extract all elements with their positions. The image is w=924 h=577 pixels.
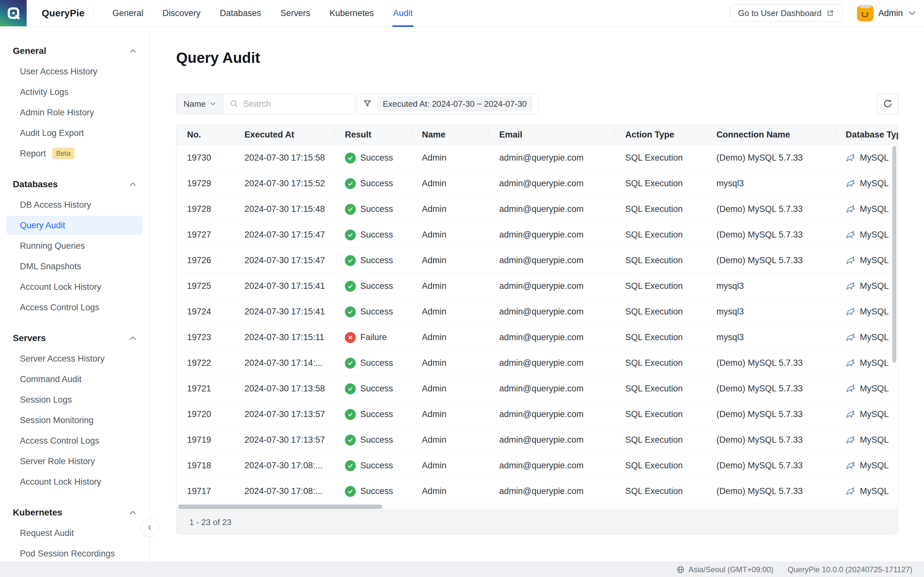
- table-header: No.Executed AtResultNameEmailAction Type…: [176, 125, 898, 145]
- cell-email: admin@querypie.com: [489, 299, 615, 324]
- column-header-result[interactable]: Result: [334, 125, 411, 145]
- sidebar-item-session-logs[interactable]: Session Logs: [0, 390, 150, 410]
- go-to-user-dashboard-button[interactable]: Go to User Dashboard: [730, 5, 842, 22]
- cell-name: Admin: [411, 299, 489, 324]
- sidebar-item-pod-session-recordings[interactable]: Pod Session Recordings: [0, 543, 150, 562]
- cell-no: 19719: [176, 427, 234, 453]
- mysql-dolphin-icon: [846, 256, 855, 265]
- cell-name: Admin: [411, 222, 489, 247]
- column-header-name[interactable]: Name: [411, 125, 489, 145]
- search-input[interactable]: [243, 99, 348, 109]
- cell-action-type: SQL Execution: [615, 376, 706, 401]
- mysql-dolphin-icon: [846, 205, 855, 214]
- cell-result: Success: [334, 274, 411, 299]
- sidebar-item-account-lock-history[interactable]: Account Lock History: [0, 277, 150, 297]
- mysql-dolphin-icon: [846, 308, 855, 316]
- cell-action-type: SQL Execution: [615, 325, 706, 350]
- cell-executed-at: 2024-07-30 17:14:...: [234, 350, 334, 376]
- refresh-button[interactable]: [877, 93, 898, 114]
- timezone-indicator[interactable]: Asia/Seoul (GMT+09:00): [676, 565, 774, 574]
- sidebar-item-db-access-history[interactable]: DB Access History: [0, 195, 150, 215]
- sidebar-item-access-control-logs[interactable]: Access Control Logs: [0, 297, 150, 318]
- querypie-logo-icon[interactable]: [0, 0, 27, 26]
- table-row[interactable]: 19728 2024-07-30 17:15:48 Success Admin …: [176, 197, 898, 222]
- cell-result: Success: [334, 197, 411, 222]
- table-row[interactable]: 19722 2024-07-30 17:14:... Success Admin…: [176, 350, 898, 376]
- cell-no: 19726: [176, 248, 234, 273]
- executed-at-filter-chip[interactable]: Executed At: 2024-07-30 ~ 2024-07-30: [377, 97, 533, 111]
- table-row[interactable]: 19724 2024-07-30 17:15:41 Success Admin …: [176, 299, 898, 325]
- horizontal-scrollbar-thumb[interactable]: [178, 504, 382, 509]
- cell-no: 19727: [176, 222, 234, 247]
- column-header-action-type[interactable]: Action Type: [615, 125, 706, 145]
- sidebar-item-running-queries[interactable]: Running Queries: [0, 235, 150, 256]
- mysql-dolphin-icon: [846, 153, 855, 163]
- status-icon: [345, 435, 356, 446]
- nav-item-kubernetes[interactable]: Kubernetes: [330, 0, 374, 27]
- search-box: [223, 94, 355, 114]
- status-icon: [345, 306, 356, 318]
- sidebar-item-server-role-history[interactable]: Server Role History: [0, 451, 150, 472]
- sidebar-item-dml-snapshots[interactable]: DML Snapshots: [0, 256, 150, 277]
- nav-item-databases[interactable]: Databases: [220, 0, 261, 27]
- cell-action-type: SQL Execution: [615, 402, 706, 427]
- cell-email: admin@querypie.com: [489, 376, 615, 401]
- sidebar-item-access-control-logs[interactable]: Access Control Logs: [0, 430, 150, 451]
- user-name-label[interactable]: Admin: [878, 8, 903, 18]
- sidebar-item-server-access-history[interactable]: Server Access History: [0, 348, 150, 369]
- table-row[interactable]: 19730 2024-07-30 17:15:58 Success Admin …: [176, 145, 898, 171]
- chevron-down-icon[interactable]: [908, 11, 916, 16]
- cell-database-type: MySQL: [835, 325, 898, 350]
- table-row[interactable]: 19718 2024-07-30 17:08:... Success Admin…: [176, 453, 898, 479]
- sidebar-section-header[interactable]: Kubernetes: [0, 502, 150, 523]
- column-header-connection-name[interactable]: Connection Name: [706, 125, 835, 145]
- table-row[interactable]: 19717 2024-07-30 17:08:... Success Admin…: [176, 479, 898, 504]
- cell-database-type: MySQL: [835, 427, 898, 453]
- sidebar-item-query-audit[interactable]: Query Audit: [6, 216, 142, 235]
- status-icon: [345, 460, 356, 471]
- cell-no: 19720: [176, 402, 234, 427]
- table-row[interactable]: 19726 2024-07-30 17:15:47 Success Admin …: [176, 248, 898, 274]
- column-header-no[interactable]: No.: [176, 125, 234, 145]
- table-row[interactable]: 19725 2024-07-30 17:15:41 Success Admin …: [176, 274, 898, 299]
- sidebar-item-admin-role-history[interactable]: Admin Role History: [0, 102, 150, 123]
- nav-item-discovery[interactable]: Discovery: [162, 0, 200, 27]
- column-header-executed-at[interactable]: Executed At: [234, 125, 334, 145]
- sidebar-item-audit-log-export[interactable]: Audit Log Export: [0, 123, 150, 143]
- sidebar-collapse-button[interactable]: [141, 518, 159, 537]
- table-row[interactable]: 19729 2024-07-30 17:15:52 Success Admin …: [176, 171, 898, 197]
- date-filter-box[interactable]: Executed At: 2024-07-30 ~ 2024-07-30: [357, 93, 538, 114]
- sidebar-item-session-monitoring[interactable]: Session Monitoring: [0, 410, 150, 430]
- horizontal-scrollbar-track[interactable]: [176, 503, 898, 510]
- cell-no: 19724: [176, 299, 234, 324]
- sidebar-item-user-access-history[interactable]: User Access History: [0, 61, 150, 82]
- mysql-dolphin-icon: [846, 436, 855, 445]
- table-row[interactable]: 19720 2024-07-30 17:13:57 Success Admin …: [176, 402, 898, 427]
- mysql-dolphin-icon: [846, 410, 855, 419]
- column-header-database-type[interactable]: Database Type: [835, 125, 898, 145]
- search-field-select[interactable]: Name: [176, 94, 223, 114]
- sidebar-item-request-audit[interactable]: Request Audit: [0, 523, 150, 543]
- cell-database-type: MySQL: [835, 402, 898, 427]
- sidebar-section-header[interactable]: Servers: [0, 328, 150, 348]
- sidebar-section-header[interactable]: General: [0, 41, 150, 61]
- avatar[interactable]: [857, 5, 874, 21]
- table-row[interactable]: 19723 2024-07-30 17:15:11 Failure Admin …: [176, 325, 898, 350]
- sidebar-item-activity-logs[interactable]: Activity Logs: [0, 82, 150, 102]
- nav-item-audit[interactable]: Audit: [393, 0, 413, 27]
- sidebar-section-general: General User Access History Activity Log…: [0, 41, 150, 164]
- cell-name: Admin: [411, 453, 489, 478]
- nav-item-servers[interactable]: Servers: [280, 0, 310, 27]
- cell-result: Success: [334, 479, 411, 504]
- table-row[interactable]: 19727 2024-07-30 17:15:47 Success Admin …: [176, 222, 898, 248]
- sidebar-item-command-audit[interactable]: Command Audit: [0, 369, 150, 390]
- nav-item-general[interactable]: General: [112, 0, 143, 27]
- sidebar-item-account-lock-history[interactable]: Account Lock History: [0, 472, 150, 492]
- vertical-scrollbar[interactable]: [892, 146, 897, 363]
- cell-executed-at: 2024-07-30 17:13:57: [234, 427, 334, 453]
- table-row[interactable]: 19721 2024-07-30 17:13:58 Success Admin …: [176, 376, 898, 402]
- table-row[interactable]: 19719 2024-07-30 17:13:57 Success Admin …: [176, 427, 898, 453]
- sidebar-item-report[interactable]: Report Beta: [0, 143, 150, 164]
- sidebar-section-header[interactable]: Databases: [0, 174, 150, 195]
- column-header-email[interactable]: Email: [489, 125, 615, 145]
